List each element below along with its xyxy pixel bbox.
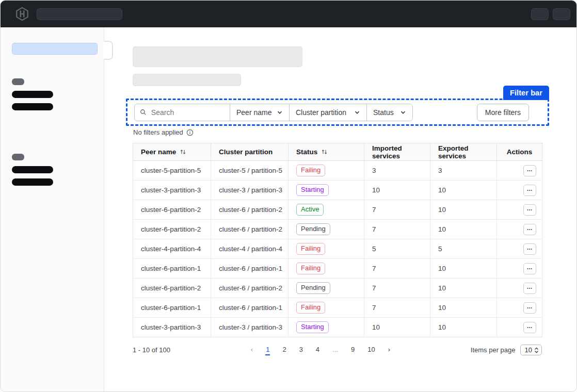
row-actions-button[interactable]: •••: [523, 224, 536, 235]
cell-peer-name: cluster-6-partition-2: [133, 200, 211, 220]
cell-imported-services: 5: [364, 239, 430, 259]
items-per-page-select[interactable]: 10: [520, 345, 542, 355]
cell-actions: •••: [497, 298, 542, 318]
cell-imported-services: 7: [364, 220, 430, 239]
cell-actions: •••: [497, 279, 542, 298]
pagination-page-3[interactable]: 3: [299, 345, 303, 355]
cell-imported-services: 7: [364, 279, 430, 298]
table-row: cluster-6-partition-2cluster-6 / partiti…: [133, 200, 542, 220]
table-header-row: Peer nameCluster partitionStatusImported…: [133, 143, 542, 161]
cell-cluster-partition: cluster-6 / partition-1: [211, 298, 288, 318]
table-row: cluster-3-partition-3cluster-3 / partiti…: [133, 318, 542, 337]
cell-peer-name: cluster-6-partition-1: [133, 298, 211, 318]
column-header-label: Peer name: [141, 148, 176, 156]
cell-peer-name: cluster-6-partition-2: [133, 279, 211, 298]
nav-action-skeleton: [553, 8, 570, 20]
cell-cluster-partition: cluster-6 / partition-2: [211, 220, 288, 239]
filter-group: Peer name Cluster partition Status: [134, 104, 413, 121]
cell-peer-name: cluster-3-partition-3: [133, 181, 211, 200]
pagination-prev-button[interactable]: ‹: [250, 345, 253, 355]
row-actions-button[interactable]: •••: [523, 243, 536, 255]
items-per-page-label: Items per page: [471, 346, 516, 354]
cell-exported-services: 10: [430, 279, 497, 298]
status-badge: Failing: [296, 302, 325, 314]
row-actions-button[interactable]: •••: [523, 283, 536, 294]
status-badge: Failing: [296, 263, 325, 274]
dropdown-label: Peer name: [236, 108, 271, 117]
search-input[interactable]: [150, 108, 226, 117]
cell-imported-services: 7: [364, 200, 430, 220]
cell-status: Pending: [288, 220, 364, 239]
column-header-peer-name[interactable]: Peer name: [133, 143, 211, 161]
dropdown-label: Status: [373, 108, 394, 117]
table-row: cluster-6-partition-2cluster-6 / partiti…: [133, 220, 542, 239]
column-header-exported-services: Exported services: [430, 143, 497, 161]
cell-cluster-partition: cluster-3 / partition-3: [211, 318, 288, 337]
status-badge: Pending: [296, 223, 330, 235]
no-filters-text: No filters applied: [133, 128, 183, 136]
cluster-partition-dropdown[interactable]: Cluster partition: [289, 104, 366, 121]
table-row: cluster-6-partition-1cluster-6 / partiti…: [133, 259, 542, 279]
table-row: cluster-5-partition-5cluster-5 / partiti…: [133, 161, 542, 181]
column-header-label: Actions: [507, 148, 533, 156]
column-header-label: Exported services: [438, 144, 491, 160]
table-row: cluster-3-partition-3cluster-3 / partiti…: [133, 181, 542, 200]
cell-exported-services: 10: [430, 259, 497, 279]
column-header-label: Imported services: [372, 144, 425, 160]
info-icon[interactable]: [186, 129, 194, 136]
pagination-page-1[interactable]: 1: [265, 345, 270, 355]
row-actions-button[interactable]: •••: [523, 204, 536, 216]
sort-icon: [180, 149, 186, 155]
pagination-bar: 1 - 10 of 100 ‹1234...910› Items per pag…: [133, 345, 542, 355]
nav-search-skeleton: [37, 8, 122, 20]
search-icon: [140, 108, 147, 116]
sidebar-active-item-skeleton: [12, 43, 98, 55]
cell-cluster-partition: cluster-4 / partition-4: [211, 239, 288, 259]
cell-status: Failing: [288, 259, 364, 279]
row-actions-button[interactable]: •••: [523, 302, 536, 314]
cell-imported-services: 3: [364, 161, 430, 181]
filter-bar-callout-tag: Filter bar: [503, 86, 549, 100]
pagination-page-9[interactable]: 9: [350, 345, 355, 355]
cell-peer-name: cluster-5-partition-5: [133, 161, 211, 181]
cell-cluster-partition: cluster-6 / partition-1: [211, 259, 288, 279]
table-row: cluster-6-partition-2cluster-6 / partiti…: [133, 279, 542, 298]
cell-status: Starting: [288, 318, 364, 337]
row-actions-button[interactable]: •••: [523, 185, 536, 196]
sidebar-collapse-handle[interactable]: [103, 41, 113, 60]
cell-exported-services: 10: [430, 298, 497, 318]
row-actions-button[interactable]: •••: [523, 322, 536, 333]
cell-peer-name: cluster-6-partition-1: [133, 259, 211, 279]
sidebar-item-skeleton: [12, 103, 53, 110]
cell-actions: •••: [497, 318, 542, 337]
pagination-page-2[interactable]: 2: [282, 345, 286, 355]
column-header-status[interactable]: Status: [288, 143, 364, 161]
status-dropdown[interactable]: Status: [366, 104, 412, 121]
pagination-next-button[interactable]: ›: [388, 345, 391, 355]
cell-imported-services: 10: [364, 318, 430, 337]
cell-exported-services: 10: [430, 318, 497, 337]
cell-imported-services: 10: [364, 181, 430, 200]
search-field[interactable]: [135, 104, 230, 121]
filter-bar: Filter bar Peer name Cluster partition: [126, 99, 549, 126]
hashicorp-logo-icon[interactable]: [14, 6, 30, 22]
status-badge: Failing: [296, 165, 325, 176]
pagination-page-4[interactable]: 4: [315, 345, 320, 355]
cell-status: Active: [288, 200, 364, 220]
top-nav: [1, 1, 576, 27]
status-badge: Active: [296, 204, 324, 216]
table-row: cluster-4-partition-4cluster-4 / partiti…: [133, 239, 542, 259]
peer-name-dropdown[interactable]: Peer name: [230, 104, 289, 121]
row-actions-button[interactable]: •••: [523, 165, 536, 176]
cell-actions: •••: [497, 259, 542, 279]
more-filters-button[interactable]: More filters: [477, 104, 529, 121]
column-header-label: Cluster partition: [219, 148, 273, 156]
pagination-page-10[interactable]: 10: [367, 345, 375, 355]
row-actions-button[interactable]: •••: [523, 263, 536, 274]
status-badge: Starting: [296, 321, 329, 333]
cell-status: Failing: [288, 298, 364, 318]
cell-cluster-partition: cluster-6 / partition-2: [211, 279, 288, 298]
table-body: cluster-5-partition-5cluster-5 / partiti…: [133, 161, 542, 337]
column-header-cluster-partition: Cluster partition: [211, 143, 288, 161]
cell-exported-services: 5: [430, 239, 497, 259]
